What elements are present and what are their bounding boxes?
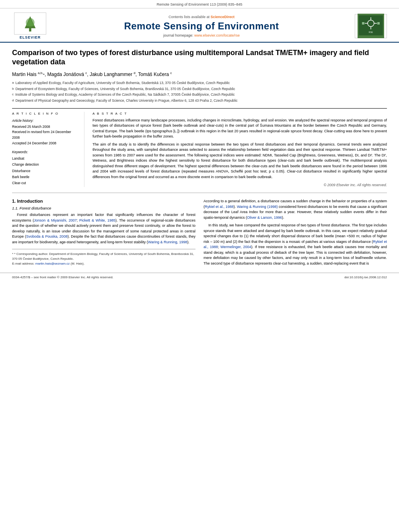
history-label: Article history: [12,119,79,123]
body-para1: Forest disturbances represent an importa… [12,212,195,245]
affil-text-b: Department of Ecosystem Biology, Faculty… [15,86,235,92]
section1-title: Introduction [17,199,43,203]
ref-wermelinger[interactable]: Wermelinger, 2004 [220,245,251,249]
affiliation-a: a Laboratory of Applied Ecology, Faculty… [12,80,387,86]
body-right-column: According to a general definition, a dis… [204,199,387,269]
affil-text-d: Department of Physical Geography and Geo… [15,98,237,103]
subsection1-title: Forest disturbance [20,206,51,210]
keywords-list: Landsat Change detection Disturbance Bar… [12,156,79,186]
left-column: A R T I C L E I N F O Article history: R… [12,112,84,187]
article-title: Comparison of two types of forest distur… [12,48,387,67]
svg-rect-10 [362,22,364,25]
subsection1-num: 1.1. [12,206,19,210]
journal-homepage: journal homepage: www.elsevier.com/locat… [56,33,347,37]
rse-logo-inner: RSE [358,14,384,38]
elsevier-logo-box [14,12,46,35]
ref-waring2[interactable]: Waring & Running (1998) [237,205,278,209]
footnote-star: * * Corresponding author. Department of … [12,252,195,261]
affil-text-c: Institute of Systems Biology and Ecology… [15,92,235,97]
footnote-email: E-mail address: martin.hais@seznam.cz (M… [12,261,195,266]
affil-sup-a: a [12,80,14,86]
keywords-label: Keywords: [12,150,79,154]
sciencedirect-prefix: Contents lists available at [169,15,211,19]
body-content: 1. Introduction 1.1. Forest disturbance … [12,199,387,269]
sciencedirect-line: Contents lists available at ScienceDirec… [56,15,347,19]
main-content: Comparison of two types of forest distur… [0,43,399,273]
bottom-bar: 0034-4257/$ – see front matter © 2009 El… [0,273,399,281]
history-dates: Received 25 March 2008 Received in revis… [12,124,79,146]
affil-sup-c: c [12,92,14,97]
homepage-prefix: journal homepage: [163,33,194,37]
homepage-url[interactable]: www.elsevier.com/locate/rse [194,33,240,37]
rights-statement: © 2009 Elsevier Inc. All rights reserved… [93,183,387,187]
subsection1-heading: 1.1. Forest disturbance [12,206,195,210]
footnote-email-link[interactable]: martin.hais@seznam.cz [35,262,70,265]
affil-sup-b: b [12,86,14,92]
abstract-para1: Forest disturbances influence many lands… [93,118,387,140]
ref-rykiel[interactable]: Rykiel et al., 1988 [205,205,234,209]
journal-title: Remote Sensing of Environment [56,21,347,32]
affiliation-b: b Department of Ecosystem Biology, Facul… [12,86,387,92]
abstract-para2: The aim of the study is to identify the … [93,142,387,180]
ref-svoboda[interactable]: Svoboda & Pouska, 2008 [26,234,68,238]
svg-point-3 [26,18,35,27]
footnote-corresponding: * Corresponding author. Department of Ec… [12,252,194,261]
section-divider [12,193,387,193]
received-revised-date: Received in revised form 24 December 200… [12,129,79,140]
body-right-para1: According to a general definition, a dis… [204,199,387,220]
ref-waring[interactable]: Waring & Running, 1998 [148,240,187,244]
header-center: Contents lists available at ScienceDirec… [48,15,355,37]
ref-jonson[interactable]: Jonson & Miyanishi, 2007 [34,218,76,222]
keyword-4: Bark beetle [12,174,79,180]
keyword-2: Change detection [12,162,79,168]
footnote-email-label: E-mail address: [12,262,35,265]
right-column: A B S T R A C T Forest disturbances infl… [93,112,387,187]
page: Remote Sensing of Environment 113 (2009)… [0,0,399,532]
body-left-column: 1. Introduction 1.1. Forest disturbance … [12,199,195,269]
affil-sup-d: d [12,98,14,103]
svg-text:RSE: RSE [369,31,373,33]
footnote-email-suffix: (M. Hais). [71,262,85,265]
keyword-3: Disturbance [12,168,79,174]
section1-heading: 1. Introduction [12,199,195,203]
rse-logo: RSE [355,14,387,38]
sciencedirect-link[interactable]: ScienceDirect [211,15,235,19]
ref-oliver[interactable]: Oliver & Larson, 1996 [247,216,282,220]
journal-bar: Remote Sensing of Environment 113 (2009)… [0,0,399,8]
affiliation-c: c Institute of Systems Biology and Ecolo… [12,92,387,97]
section1-num: 1. [12,199,16,203]
keyword-5: Clear-cut [12,180,79,186]
received-date: Received 25 March 2008 [12,124,79,130]
journal-citation: Remote Sensing of Environment 113 (2009)… [156,2,242,6]
article-info-label: A R T I C L E I N F O [12,112,79,115]
ref-pickett[interactable]: Pickett & White, 1985 [79,218,115,222]
abstract-label: A B S T R A C T [93,112,387,115]
article-info-abstract: A R T I C L E I N F O Article history: R… [12,108,387,187]
abstract-text: Forest disturbances influence many lands… [93,118,387,180]
body-right-para2: In this study, we have compared the spec… [204,223,387,266]
doi-text: doi:10.1016/j.rse.2008.12.012 [344,275,387,279]
header-area: ELSEVIER Contents lists available at Sci… [0,8,399,43]
affil-text-a: Laboratory of Applied Ecology, Faculty o… [15,80,230,86]
accepted-date: Accepted 24 December 2008 [12,141,79,146]
affiliation-d: d Department of Physical Geography and G… [12,98,387,103]
elsevier-text: ELSEVIER [20,35,41,39]
svg-rect-11 [377,22,380,25]
issn-text: 0034-4257/$ – see front matter © 2009 El… [12,275,113,279]
footnote-area: * * Corresponding author. Department of … [12,249,195,266]
authors: Martin Hais a,b,*, Magda Jonášová c, Jak… [12,71,387,77]
affiliations: a Laboratory of Applied Ecology, Faculty… [12,80,387,103]
elsevier-logo: ELSEVIER [12,12,48,39]
keyword-1: Landsat [12,156,79,162]
